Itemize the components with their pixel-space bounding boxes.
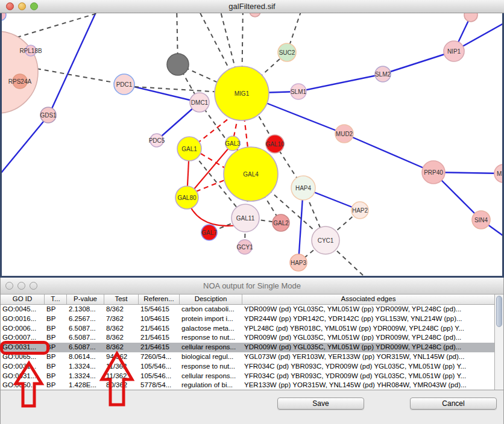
noa-titlebar[interactable]: NOA output for Single Mode (1, 278, 503, 295)
node-label: GAL80 (177, 195, 197, 201)
node-label: HAP2 (352, 207, 368, 214)
table-cell: BP (45, 305, 67, 314)
network-edge-blue[interactable] (383, 51, 454, 74)
node-label: RPS24A (8, 78, 32, 85)
column-header[interactable]: Associated edges (242, 295, 495, 304)
network-node-PDC1[interactable]: PDC1 (114, 74, 134, 95)
table-cell: GO:0045... (1, 305, 45, 314)
button-panel: Save Cancel (1, 390, 503, 423)
cancel-button[interactable]: Cancel (410, 398, 497, 410)
vertical-scrollbar[interactable] (494, 295, 503, 390)
network-node-SLM2[interactable]: SLM2 (375, 66, 391, 82)
table-row[interactable]: GO:0007...BP6.5087...8/36221/54615respon… (1, 333, 503, 343)
network-node-GAL3[interactable]: GAL3 (225, 136, 241, 151)
table-cell: YER133W (pp) YOR315W, YNL145W (pd) YHR08… (242, 381, 495, 390)
network-node-unlabeled[interactable] (2, 13, 6, 20)
column-header[interactable]: Desciption (180, 295, 242, 304)
network-canvas[interactable]: RPL18BRPS24AGDS1PDC1DMC1MIG1SUC2SLM1SLM2… (0, 13, 504, 278)
network-node-GAL11[interactable]: GAL11 (232, 204, 259, 232)
network-edge-gray[interactable] (37, 69, 124, 84)
network-node-HAP2[interactable]: HAP2 (351, 202, 368, 219)
node-circle[interactable] (464, 13, 477, 22)
network-edge-blue[interactable] (298, 74, 383, 92)
node-label: GAL3 (225, 140, 241, 147)
network-node-MIG1[interactable]: MIG1 (215, 66, 269, 120)
table-cell: 15/54615 (139, 305, 180, 314)
node-label: DMC1 (191, 99, 209, 106)
network-node-GAL1[interactable]: GAL1 (177, 137, 201, 161)
column-header[interactable]: Referen... (139, 295, 180, 304)
network-node-GAL2[interactable]: GAL2 (272, 214, 289, 231)
network-node-SIN4[interactable]: SIN4 (472, 211, 490, 229)
network-node-GCY1[interactable]: GCY1 (236, 240, 253, 254)
network-node-PRP40[interactable]: PRP40 (422, 161, 445, 184)
annotation-highlight-box (0, 341, 49, 355)
network-node-CYC1[interactable]: CYC1 (312, 226, 339, 254)
network-node-MSN[interactable]: MSN (494, 164, 502, 182)
network-node-GAL4[interactable]: GAL4 (224, 147, 278, 201)
network-node-HAP4[interactable]: HAP4 (291, 176, 315, 200)
table-cell: YFR034C (pd) YBR093C, YDR009W (pd) YGL03… (242, 372, 495, 381)
network-node-DMC1[interactable]: DMC1 (190, 93, 209, 112)
network-node-HAP3[interactable]: HAP3 (290, 254, 307, 271)
node-circle[interactable] (2, 13, 6, 20)
table-cell: 6.5087... (67, 343, 104, 352)
table-cell: 6.2567... (67, 314, 104, 324)
network-node-unlabeled[interactable] (464, 13, 477, 22)
save-button[interactable]: Save (277, 398, 364, 410)
table-cell: protein import i... (180, 314, 242, 324)
table-cell: response to nut... (180, 362, 242, 372)
network-node-NIP1[interactable]: NIP1 (444, 41, 464, 61)
network-edge-blue[interactable] (2, 115, 49, 173)
table-row[interactable]: GO:0031...BP6.5087...8/36221/54615cellul… (1, 343, 503, 352)
network-node-unlabeled[interactable] (2, 31, 38, 113)
table-row[interactable]: GO:0031...BP1.3324...11/362105/546...res… (1, 362, 503, 372)
network-edge-blue[interactable] (49, 13, 98, 115)
node-label: HAP4 (295, 185, 312, 192)
node-label: NIP1 (447, 48, 461, 55)
node-circle[interactable] (250, 13, 260, 17)
network-node-GAL10[interactable]: GAL10 (265, 135, 285, 153)
network-node-SLM1[interactable]: SLM1 (291, 84, 307, 99)
network-node-unlabeled[interactable] (167, 54, 189, 75)
table-cell: BP (45, 381, 67, 390)
network-graph[interactable]: RPL18BRPS24AGDS1PDC1DMC1MIG1SUC2SLM1SLM2… (2, 13, 502, 276)
network-node-GDS1[interactable]: GDS1 (40, 107, 57, 123)
table-cell: 105/546... (139, 362, 180, 372)
node-label: SLM1 (291, 89, 307, 95)
network-node-GAL7[interactable]: GAL7 (201, 225, 217, 240)
table-cell: 21/54615 (139, 333, 180, 343)
table-row[interactable]: GO:0006...BP6.5087...8/36221/54615galact… (1, 324, 503, 334)
scrollbar-thumb[interactable] (496, 296, 502, 327)
table-cell: response to nut... (180, 333, 242, 343)
table-header-row: GO IDT...P-valueTestReferen...Desciption… (1, 295, 503, 305)
table-cell: GO:0006... (1, 324, 45, 334)
noa-results-table[interactable]: GO IDT...P-valueTestReferen...Desciption… (1, 295, 503, 390)
table-row[interactable]: GO:0050...BP1.428E...80/3625778/54...reg… (1, 381, 503, 390)
column-header[interactable]: Test (104, 295, 139, 304)
table-cell: GO:0016... (1, 314, 45, 324)
table-cell: carbon cataboli... (180, 305, 242, 314)
network-node-GAL80[interactable]: GAL80 (175, 186, 198, 209)
table-cell: 6.5087... (67, 324, 104, 334)
node-circle[interactable] (2, 31, 38, 113)
node-label: RPL18B (19, 48, 42, 54)
column-header[interactable]: P-value (67, 295, 104, 304)
column-header[interactable]: T... (45, 295, 67, 304)
table-cell: YDR009W (pd) YGL035C, YML051W (pp) YDR00… (242, 305, 495, 314)
table-cell: cellular respons... (180, 343, 242, 352)
table-row[interactable]: GO:0045...BP2.1308...8/36215/54615carbon… (1, 305, 503, 314)
node-circle[interactable] (167, 54, 189, 75)
table-row[interactable]: GO:0016...BP6.2567...7/36210/54615protei… (1, 314, 503, 324)
network-node-MUD2[interactable]: MUD2 (335, 125, 353, 143)
table-row[interactable]: GO:0065...BP8.0614...94/3627260/54...bio… (1, 352, 503, 362)
network-node-unlabeled[interactable] (250, 13, 260, 17)
network-node-SUC2[interactable]: SUC2 (278, 43, 296, 61)
node-label: GAL7 (201, 229, 217, 236)
node-label: GAL1 (181, 146, 197, 152)
table-row[interactable]: GO:0031...BP1.3324...11/362105/546...cel… (1, 372, 503, 381)
network-edge-gray[interactable] (17, 13, 125, 37)
network-titlebar[interactable]: galFiltered.sif (0, 0, 504, 13)
column-header[interactable]: GO ID (1, 295, 45, 304)
network-edge-blue[interactable] (344, 134, 433, 172)
